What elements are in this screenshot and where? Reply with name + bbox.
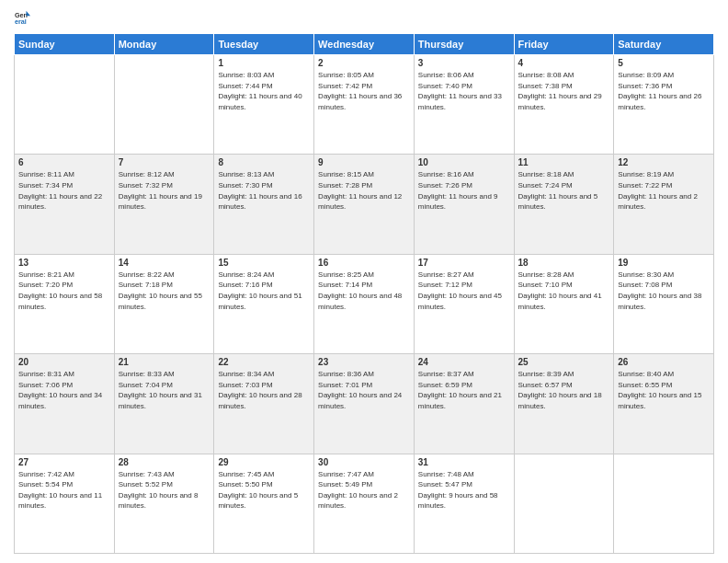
day-info: Sunrise: 8:24 AM Sunset: 7:16 PM Dayligh…	[218, 270, 310, 312]
calendar-week-3: 13Sunrise: 8:21 AM Sunset: 7:20 PM Dayli…	[15, 254, 714, 353]
calendar: SundayMondayTuesdayWednesdayThursdayFrid…	[14, 33, 714, 554]
calendar-cell: 17Sunrise: 8:27 AM Sunset: 7:12 PM Dayli…	[414, 254, 514, 353]
day-info: Sunrise: 8:13 AM Sunset: 7:30 PM Dayligh…	[218, 169, 310, 212]
day-number: 21	[119, 357, 210, 367]
day-info: Sunrise: 8:19 AM Sunset: 7:22 PM Dayligh…	[618, 169, 710, 212]
day-info: Sunrise: 8:22 AM Sunset: 7:18 PM Dayligh…	[119, 270, 210, 312]
day-info: Sunrise: 8:39 AM Sunset: 6:57 PM Dayligh…	[518, 369, 610, 411]
calendar-cell: 18Sunrise: 8:28 AM Sunset: 7:10 PM Dayli…	[514, 254, 614, 353]
day-info: Sunrise: 8:27 AM Sunset: 7:12 PM Dayligh…	[418, 270, 510, 312]
svg-marker-3	[27, 11, 31, 16]
day-number: 15	[218, 258, 310, 268]
day-number: 12	[618, 157, 710, 167]
calendar-cell: 3Sunrise: 8:06 AM Sunset: 7:40 PM Daylig…	[414, 55, 514, 155]
day-number: 26	[618, 357, 710, 367]
day-number: 27	[18, 457, 110, 467]
day-info: Sunrise: 8:30 AM Sunset: 7:08 PM Dayligh…	[618, 270, 710, 312]
day-number: 1	[218, 58, 310, 68]
calendar-week-1: 1Sunrise: 8:03 AM Sunset: 7:44 PM Daylig…	[15, 55, 714, 155]
day-number: 28	[119, 457, 210, 467]
calendar-week-2: 6Sunrise: 8:11 AM Sunset: 7:34 PM Daylig…	[15, 155, 714, 254]
day-info: Sunrise: 8:18 AM Sunset: 7:24 PM Dayligh…	[518, 169, 610, 212]
day-number: 10	[418, 157, 510, 167]
calendar-cell: 5Sunrise: 8:09 AM Sunset: 7:36 PM Daylig…	[614, 55, 714, 155]
calendar-cell: 21Sunrise: 8:33 AM Sunset: 7:04 PM Dayli…	[114, 354, 214, 454]
day-number: 14	[119, 258, 210, 268]
calendar-cell: 2Sunrise: 8:05 AM Sunset: 7:42 PM Daylig…	[314, 55, 415, 155]
calendar-cell	[614, 454, 714, 553]
day-number: 20	[18, 357, 110, 367]
day-number: 4	[518, 58, 610, 68]
calendar-cell: 27Sunrise: 7:42 AM Sunset: 5:54 PM Dayli…	[15, 454, 115, 553]
calendar-cell: 30Sunrise: 7:47 AM Sunset: 5:49 PM Dayli…	[314, 454, 415, 553]
calendar-cell: 9Sunrise: 8:15 AM Sunset: 7:28 PM Daylig…	[314, 155, 415, 254]
day-info: Sunrise: 7:42 AM Sunset: 5:54 PM Dayligh…	[18, 469, 110, 511]
day-info: Sunrise: 8:15 AM Sunset: 7:28 PM Dayligh…	[318, 169, 410, 212]
day-number: 29	[218, 457, 310, 467]
day-info: Sunrise: 7:48 AM Sunset: 5:47 PM Dayligh…	[418, 469, 510, 511]
calendar-cell: 23Sunrise: 8:36 AM Sunset: 7:01 PM Dayli…	[314, 354, 415, 454]
day-info: Sunrise: 8:34 AM Sunset: 7:03 PM Dayligh…	[218, 369, 310, 411]
logo: Gen eral	[14, 9, 32, 26]
calendar-cell: 15Sunrise: 8:24 AM Sunset: 7:16 PM Dayli…	[214, 254, 314, 353]
calendar-header-sunday: Sunday	[15, 34, 115, 55]
day-number: 11	[518, 157, 610, 167]
calendar-cell	[514, 454, 614, 553]
calendar-header-friday: Friday	[514, 34, 614, 55]
day-number: 31	[418, 457, 510, 467]
day-info: Sunrise: 8:21 AM Sunset: 7:20 PM Dayligh…	[18, 270, 110, 312]
calendar-header-saturday: Saturday	[614, 34, 714, 55]
page: Gen eral SundayMondayTuesdayWednesdayThu…	[0, 0, 728, 563]
calendar-cell: 11Sunrise: 8:18 AM Sunset: 7:24 PM Dayli…	[514, 155, 614, 254]
calendar-cell: 12Sunrise: 8:19 AM Sunset: 7:22 PM Dayli…	[614, 155, 714, 254]
day-number: 13	[18, 258, 110, 268]
day-number: 25	[518, 357, 610, 367]
day-number: 16	[318, 258, 410, 268]
calendar-cell: 20Sunrise: 8:31 AM Sunset: 7:06 PM Dayli…	[15, 354, 115, 454]
day-number: 3	[418, 58, 510, 68]
calendar-header-thursday: Thursday	[414, 34, 514, 55]
day-number: 7	[119, 157, 210, 167]
day-number: 6	[18, 157, 110, 167]
day-info: Sunrise: 8:37 AM Sunset: 6:59 PM Dayligh…	[418, 369, 510, 411]
calendar-cell	[114, 55, 214, 155]
calendar-cell: 6Sunrise: 8:11 AM Sunset: 7:34 PM Daylig…	[15, 155, 115, 254]
day-info: Sunrise: 8:28 AM Sunset: 7:10 PM Dayligh…	[518, 270, 610, 312]
day-number: 23	[318, 357, 410, 367]
calendar-cell: 10Sunrise: 8:16 AM Sunset: 7:26 PM Dayli…	[414, 155, 514, 254]
calendar-cell: 13Sunrise: 8:21 AM Sunset: 7:20 PM Dayli…	[15, 254, 115, 353]
calendar-cell: 22Sunrise: 8:34 AM Sunset: 7:03 PM Dayli…	[214, 354, 314, 454]
day-info: Sunrise: 8:03 AM Sunset: 7:44 PM Dayligh…	[218, 70, 310, 112]
calendar-header-wednesday: Wednesday	[314, 34, 415, 55]
day-info: Sunrise: 8:33 AM Sunset: 7:04 PM Dayligh…	[119, 369, 210, 411]
calendar-header-row: SundayMondayTuesdayWednesdayThursdayFrid…	[15, 34, 714, 55]
calendar-cell: 4Sunrise: 8:08 AM Sunset: 7:38 PM Daylig…	[514, 55, 614, 155]
calendar-week-5: 27Sunrise: 7:42 AM Sunset: 5:54 PM Dayli…	[15, 454, 714, 553]
day-number: 22	[218, 357, 310, 367]
day-number: 8	[218, 157, 310, 167]
calendar-cell: 26Sunrise: 8:40 AM Sunset: 6:55 PM Dayli…	[614, 354, 714, 454]
calendar-cell: 31Sunrise: 7:48 AM Sunset: 5:47 PM Dayli…	[414, 454, 514, 553]
logo-icon: Gen eral	[14, 9, 30, 26]
day-info: Sunrise: 8:36 AM Sunset: 7:01 PM Dayligh…	[318, 369, 410, 411]
calendar-cell: 19Sunrise: 8:30 AM Sunset: 7:08 PM Dayli…	[614, 254, 714, 353]
day-info: Sunrise: 8:12 AM Sunset: 7:32 PM Dayligh…	[119, 169, 210, 212]
day-number: 18	[518, 258, 610, 268]
day-number: 2	[318, 58, 410, 68]
calendar-cell: 7Sunrise: 8:12 AM Sunset: 7:32 PM Daylig…	[114, 155, 214, 254]
day-info: Sunrise: 7:43 AM Sunset: 5:52 PM Dayligh…	[119, 469, 210, 511]
day-number: 9	[318, 157, 410, 167]
calendar-cell: 29Sunrise: 7:45 AM Sunset: 5:50 PM Dayli…	[214, 454, 314, 553]
calendar-cell: 8Sunrise: 8:13 AM Sunset: 7:30 PM Daylig…	[214, 155, 314, 254]
day-info: Sunrise: 8:40 AM Sunset: 6:55 PM Dayligh…	[618, 369, 710, 411]
calendar-cell: 24Sunrise: 8:37 AM Sunset: 6:59 PM Dayli…	[414, 354, 514, 454]
day-info: Sunrise: 8:05 AM Sunset: 7:42 PM Dayligh…	[318, 70, 410, 112]
day-info: Sunrise: 8:08 AM Sunset: 7:38 PM Dayligh…	[518, 70, 610, 112]
day-info: Sunrise: 8:11 AM Sunset: 7:34 PM Dayligh…	[18, 169, 110, 212]
day-number: 24	[418, 357, 510, 367]
header: Gen eral	[14, 9, 714, 26]
calendar-header-tuesday: Tuesday	[214, 34, 314, 55]
calendar-cell: 25Sunrise: 8:39 AM Sunset: 6:57 PM Dayli…	[514, 354, 614, 454]
calendar-cell: 28Sunrise: 7:43 AM Sunset: 5:52 PM Dayli…	[114, 454, 214, 553]
day-number: 19	[618, 258, 710, 268]
